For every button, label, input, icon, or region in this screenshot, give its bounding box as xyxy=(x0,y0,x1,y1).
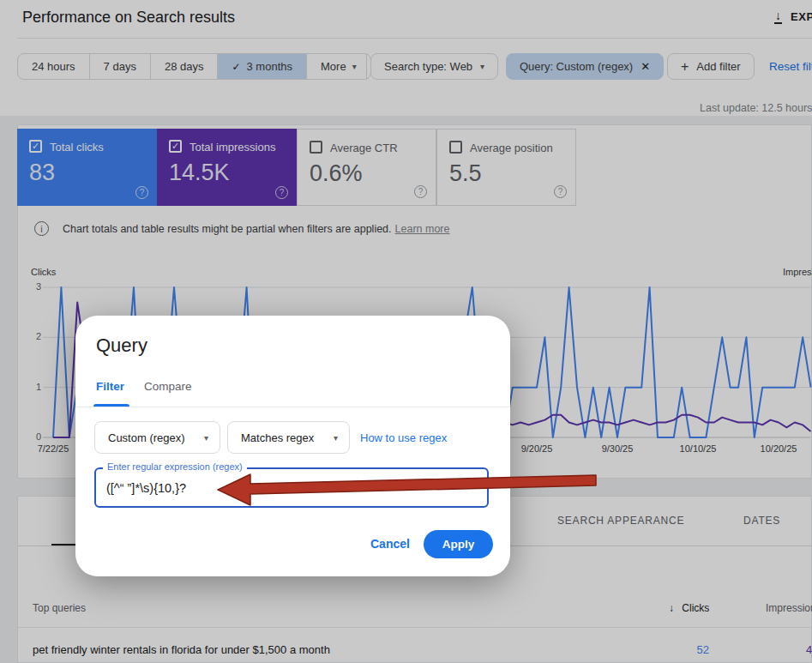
tab-filter[interactable]: Filter xyxy=(96,380,124,393)
annotation-arrow-icon xyxy=(213,464,598,509)
tab-compare[interactable]: Compare xyxy=(144,380,192,393)
chevron-down-icon: ▾ xyxy=(334,433,338,443)
field-select-value: Custom (regex) xyxy=(108,431,185,444)
search-console-performance-page: Performance on Search results ↓ EXPORT 2… xyxy=(0,0,812,663)
dialog-tabs-divider xyxy=(75,407,510,407)
operator-select-value: Matches regex xyxy=(241,431,314,444)
field-select-dropdown[interactable]: Custom (regex) ▾ xyxy=(94,421,220,454)
chevron-down-icon: ▾ xyxy=(204,433,208,443)
apply-button[interactable]: Apply xyxy=(424,530,493,558)
dialog-title: Query xyxy=(96,335,147,357)
operator-select-dropdown[interactable]: Matches regex ▾ xyxy=(227,421,350,454)
cancel-button[interactable]: Cancel xyxy=(360,532,420,556)
regex-help-link[interactable]: How to use regex xyxy=(360,431,447,444)
query-filter-dialog: Query Filter Compare Custom (regex) ▾ Ma… xyxy=(75,316,510,576)
